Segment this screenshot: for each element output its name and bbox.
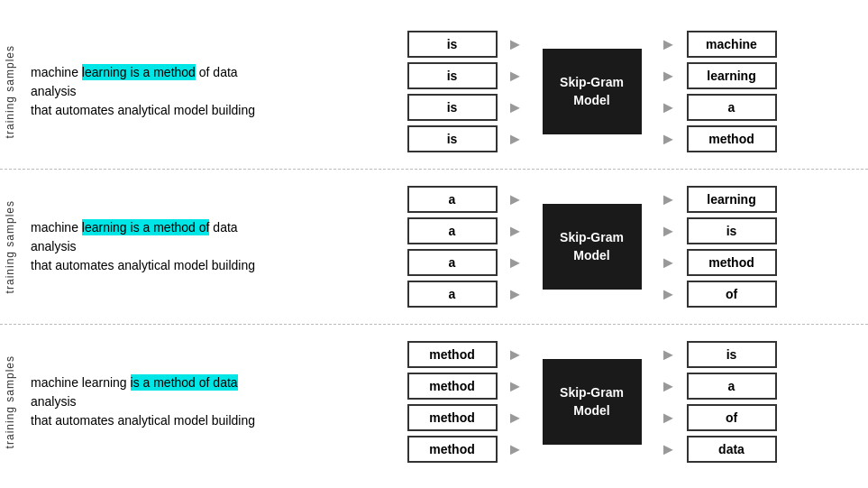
output-box-3-0: is: [687, 341, 777, 368]
input-arrow-2-0: ►: [502, 186, 529, 213]
left-section-2: training samplesmachine learning is a me…: [0, 170, 315, 324]
output-arrow-2-2: ►: [655, 249, 682, 276]
text-block-1: machine learning is a method of data ana…: [22, 56, 292, 127]
right-section-3: methodmethodmethodmethod►►►►Skip-GramMod…: [315, 325, 868, 479]
input-arrow-3-3: ►: [502, 436, 529, 463]
arrow-col-2-2: ►►►►: [651, 186, 687, 308]
output-arrow-2-3: ►: [655, 281, 682, 308]
output-box-2-3: of: [687, 281, 777, 308]
output-arrow-1-1: ►: [655, 62, 682, 89]
output-arrow-3-0: ►: [655, 341, 682, 368]
input-box-1-2: is: [407, 94, 498, 121]
right-section-2: aaaa►►►►Skip-GramModel►►►►learningismeth…: [315, 170, 868, 324]
main-container: training samplesmachine learning is a me…: [0, 0, 868, 488]
model-box-2: Skip-GramModel: [543, 204, 642, 290]
input-col-2: aaaa: [407, 186, 498, 308]
highlight-span: learning is a method: [82, 64, 196, 80]
output-arrow-3-3: ►: [655, 436, 682, 463]
output-arrow-1-0: ►: [655, 31, 682, 58]
input-arrow-2-2: ►: [502, 249, 529, 276]
output-box-3-1: a: [687, 373, 777, 400]
vertical-label-1: training samples: [4, 45, 22, 138]
vertical-label-2: training samples: [4, 200, 22, 293]
input-box-3-0: method: [407, 341, 498, 368]
output-arrow-2-0: ►: [655, 186, 682, 213]
input-box-2-1: a: [407, 217, 498, 244]
input-box-3-1: method: [407, 373, 498, 400]
right-section-1: isisisis►►►►Skip-GramModel►►►►machinelea…: [315, 14, 868, 169]
input-box-1-1: is: [407, 62, 498, 89]
vertical-label-3: training samples: [4, 355, 22, 448]
input-box-3-2: method: [407, 404, 498, 431]
input-box-1-3: is: [407, 125, 498, 152]
input-arrow-2-1: ►: [502, 217, 529, 244]
input-arrow-1-2: ►: [502, 94, 529, 121]
output-arrow-3-1: ►: [655, 373, 682, 400]
sample-row-3: training samplesmachine learning is a me…: [0, 324, 868, 479]
output-box-1-0: machine: [687, 31, 777, 58]
output-arrow-1-3: ►: [655, 125, 682, 152]
text-block-2: machine learning is a method of data ana…: [22, 211, 292, 282]
output-box-2-1: is: [687, 217, 777, 244]
arrow-col-1-1: ►►►►: [498, 31, 534, 152]
highlight-span: is a method of data: [131, 374, 238, 391]
text-block-3: machine learning is a method of data ana…: [22, 366, 292, 437]
input-box-2-0: a: [407, 186, 498, 213]
output-arrow-3-2: ►: [655, 404, 682, 431]
input-arrow-1-0: ►: [502, 31, 529, 58]
input-arrow-3-1: ►: [502, 373, 529, 400]
input-arrow-2-3: ►: [502, 281, 529, 308]
left-section-1: training samplesmachine learning is a me…: [0, 14, 315, 169]
output-box-1-1: learning: [687, 62, 777, 89]
sample-row-2: training samplesmachine learning is a me…: [0, 169, 868, 324]
output-box-3-2: of: [687, 404, 777, 431]
sample-row-1: training samplesmachine learning is a me…: [0, 14, 868, 169]
output-arrow-2-1: ►: [655, 217, 682, 244]
arrow-col-2-3: ►►►►: [651, 341, 687, 463]
arrow-col-2-1: ►►►►: [651, 31, 687, 152]
input-col-1: isisisis: [407, 31, 498, 152]
highlight-span: learning is a method of: [82, 219, 210, 235]
input-box-2-3: a: [407, 281, 498, 308]
input-arrow-3-2: ►: [502, 404, 529, 431]
arrow-col-1-2: ►►►►: [498, 186, 534, 308]
rows-wrapper: training samplesmachine learning is a me…: [0, 14, 868, 479]
input-box-3-3: method: [407, 436, 498, 463]
output-col-3: isaofdata: [687, 341, 777, 463]
output-arrow-1-2: ►: [655, 94, 682, 121]
output-box-1-2: a: [687, 94, 777, 121]
output-box-2-2: method: [687, 249, 777, 276]
input-box-2-2: a: [407, 249, 498, 276]
model-box-3: Skip-GramModel: [543, 359, 642, 445]
input-arrow-1-1: ►: [502, 62, 529, 89]
output-col-1: machinelearningamethod: [687, 31, 777, 152]
output-box-3-3: data: [687, 436, 777, 463]
arrow-col-1-3: ►►►►: [498, 341, 534, 463]
input-box-1-0: is: [407, 31, 498, 58]
input-arrow-1-3: ►: [502, 125, 529, 152]
input-col-3: methodmethodmethodmethod: [407, 341, 498, 463]
model-box-1: Skip-GramModel: [543, 49, 642, 134]
output-box-2-0: learning: [687, 186, 777, 213]
output-col-2: learningismethodof: [687, 186, 777, 308]
output-box-1-3: method: [687, 125, 777, 152]
input-arrow-3-0: ►: [502, 341, 529, 368]
left-section-3: training samplesmachine learning is a me…: [0, 325, 315, 479]
